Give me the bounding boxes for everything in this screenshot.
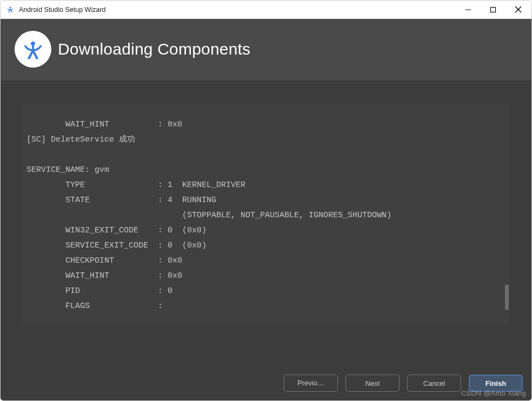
wizard-footer: Previo… Next Cancel Finish [1, 366, 531, 400]
maximize-button[interactable] [481, 1, 506, 18]
wizard-body: Downloading Components WAIT_HINT : 0x0 [… [1, 19, 531, 400]
next-button[interactable]: Next [345, 375, 400, 392]
finish-button[interactable]: Finish [469, 375, 523, 392]
svg-point-0 [10, 6, 11, 8]
close-button[interactable] [506, 1, 530, 18]
svg-rect-2 [491, 7, 496, 12]
minimize-button[interactable] [456, 1, 481, 18]
window-title: Android Studio Setup Wizard [19, 6, 456, 14]
window-titlebar: Android Studio Setup Wizard [1, 1, 531, 19]
cancel-button[interactable]: Cancel [407, 375, 461, 392]
window-controls [456, 1, 530, 18]
previous-button[interactable]: Previo… [284, 375, 338, 392]
log-output: WAIT_HINT : 0x0 [SC] DeleteService 成功 SE… [22, 104, 510, 325]
svg-point-6 [31, 42, 35, 46]
wizard-header: Downloading Components [1, 19, 531, 81]
wizard-title: Downloading Components [58, 40, 250, 58]
scrollbar-thumb[interactable] [505, 285, 509, 310]
android-studio-badge-icon [15, 31, 51, 68]
log-text: WAIT_HINT : 0x0 [SC] DeleteService 成功 SE… [26, 120, 391, 311]
android-studio-icon [6, 5, 15, 14]
console-container: WAIT_HINT : 0x0 [SC] DeleteService 成功 SE… [1, 81, 531, 366]
